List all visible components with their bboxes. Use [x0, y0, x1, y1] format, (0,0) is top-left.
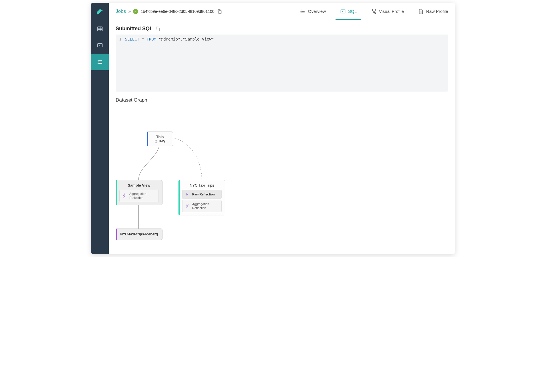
node-accent	[178, 180, 180, 215]
svg-point-19	[301, 13, 302, 13]
terminal-icon	[340, 9, 346, 14]
sql-string: "@dremio"."Sample View"	[158, 37, 214, 41]
svg-rect-14	[219, 10, 221, 13]
sidebar-item-datasets[interactable]	[91, 21, 109, 37]
aggregation-reflection-icon: Σ	[122, 193, 127, 198]
node-title: This Query	[150, 135, 169, 143]
reflection-label: Raw Reflection	[192, 192, 215, 196]
sidebar-item-sql-runner[interactable]	[91, 37, 109, 54]
tab-label: Overview	[308, 9, 326, 14]
status-success-icon	[133, 9, 138, 14]
sql-keyword: FROM	[146, 37, 156, 41]
svg-line-29	[376, 13, 377, 14]
sql-token: *	[142, 37, 144, 41]
breadcrumb-separator: »	[128, 9, 131, 14]
aggregation-reflection-icon: Σ	[185, 203, 190, 209]
raw-reflection-icon	[185, 192, 190, 197]
svg-text:Σ: Σ	[188, 204, 190, 206]
dataset-graph[interactable]: This Query Sample View Σ Aggregation Ref…	[116, 106, 448, 243]
sidebar	[91, 3, 109, 254]
list-icon	[300, 9, 306, 14]
reflection-item[interactable]: Σ Aggregation Reflection	[119, 190, 159, 202]
line-number: 1	[119, 37, 121, 41]
node-title: Sample View	[119, 183, 159, 187]
content: Submitted SQL 1 SELECT * FROM "@dremio".…	[109, 20, 455, 254]
svg-rect-21	[341, 10, 345, 13]
document-icon	[418, 9, 424, 14]
svg-point-25	[373, 12, 374, 13]
svg-text:Σ: Σ	[126, 194, 127, 195]
svg-rect-33	[157, 28, 160, 31]
main-content: Jobs » 1b4fcb9e-ee6e-d48c-2d05-f8109d801…	[109, 3, 455, 254]
breadcrumb: Jobs » 1b4fcb9e-ee6e-d48c-2d05-f8109d801…	[116, 9, 222, 14]
graph-node-iceberg[interactable]: NYC-taxi-trips-iceberg	[116, 229, 162, 240]
reflection-item[interactable]: Raw Reflection	[182, 190, 222, 199]
submitted-sql-title: Submitted SQL	[116, 26, 448, 32]
sidebar-item-jobs[interactable]	[91, 54, 109, 70]
dataset-graph-title: Dataset Graph	[116, 97, 448, 103]
graph-node-this-query[interactable]: This Query	[147, 132, 173, 146]
graph-edges	[116, 106, 236, 240]
reflection-label: Aggregation Reflection	[129, 192, 156, 200]
svg-point-10	[98, 62, 99, 62]
graph-node-sample-view[interactable]: Sample View Σ Aggregation Reflection	[116, 180, 162, 205]
graph-node-nyc-taxi[interactable]: NYC Taxi Trips Raw Reflection Σ Aggregat…	[178, 180, 225, 215]
job-id: 1b4fcb9e-ee6e-d48c-2d05-f8109d801100	[140, 9, 214, 14]
tab-label: Raw Profile	[426, 9, 448, 14]
section-title-text: Submitted SQL	[116, 26, 153, 32]
tab-sql[interactable]: SQL	[340, 3, 357, 19]
svg-point-23	[372, 9, 373, 10]
svg-point-12	[98, 63, 99, 64]
sql-keyword: SELECT	[125, 37, 139, 41]
svg-line-27	[374, 10, 375, 12]
sql-editor[interactable]: 1 SELECT * FROM "@dremio"."Sample View"	[116, 35, 448, 92]
tab-raw-profile[interactable]: Raw Profile	[418, 3, 448, 19]
topbar: Jobs » 1b4fcb9e-ee6e-d48c-2d05-f8109d801…	[109, 3, 455, 20]
svg-line-26	[373, 10, 374, 12]
tabs: Overview SQL Visual Profile Raw Profile	[300, 3, 448, 19]
svg-point-8	[98, 60, 99, 61]
reflection-label: Aggregation Reflection	[192, 202, 219, 210]
tab-label: Visual Profile	[379, 9, 404, 14]
tab-overview[interactable]: Overview	[300, 3, 326, 19]
app-logo[interactable]	[91, 3, 109, 21]
node-accent	[147, 132, 148, 146]
node-title: NYC-taxi-trips-iceberg	[119, 232, 159, 236]
svg-rect-1	[98, 27, 103, 31]
sql-line: 1 SELECT * FROM "@dremio"."Sample View"	[119, 37, 445, 41]
svg-point-0	[97, 13, 98, 14]
node-accent	[116, 180, 117, 205]
node-accent	[116, 229, 117, 240]
reflection-item[interactable]: Σ Aggregation Reflection	[182, 200, 222, 212]
profile-icon	[371, 9, 377, 14]
tab-visual-profile[interactable]: Visual Profile	[371, 3, 404, 19]
svg-rect-6	[98, 44, 103, 47]
svg-point-17	[301, 11, 302, 12]
svg-point-24	[375, 9, 376, 10]
copy-sql-button[interactable]	[155, 26, 161, 32]
tab-label: SQL	[348, 9, 357, 14]
copy-job-id-button[interactable]	[217, 9, 222, 14]
node-title: NYC Taxi Trips	[182, 183, 222, 187]
svg-point-15	[301, 10, 302, 10]
breadcrumb-jobs-link[interactable]: Jobs	[116, 9, 126, 14]
